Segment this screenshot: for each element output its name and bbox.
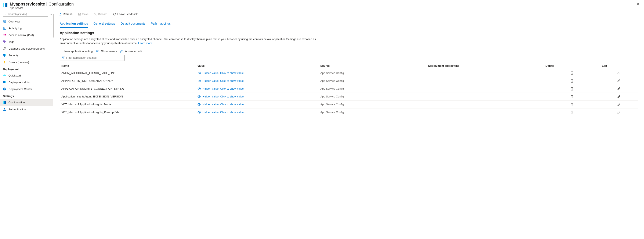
cell-value[interactable]: Hidden value. Click to show value: [196, 108, 319, 116]
refresh-button[interactable]: Refresh: [56, 10, 75, 19]
tab-path-mappings[interactable]: Path mappings: [151, 22, 170, 28]
delete-button[interactable]: [569, 102, 575, 107]
svg-point-20: [199, 96, 200, 97]
cell-delete: [544, 77, 600, 85]
globe-icon: [3, 20, 6, 23]
sidebar-item-tags[interactable]: Tags: [0, 38, 53, 45]
svg-point-21: [199, 104, 200, 105]
bolt-icon: [3, 60, 6, 64]
sidebar-item-security[interactable]: Security: [0, 52, 53, 59]
learn-more-link[interactable]: Learn more: [138, 42, 152, 45]
hidden-value-text: Hidden value. Click to show value: [202, 79, 244, 82]
th-delete: Delete: [544, 63, 600, 69]
cell-name[interactable]: ANCM_ADDITIONAL_ERROR_PAGE_LINK: [60, 69, 196, 77]
filter-settings-input[interactable]: [66, 56, 122, 59]
th-source[interactable]: Source: [318, 63, 426, 69]
settings-table: Name Value Source Deployment slot settin…: [60, 63, 638, 116]
refresh-icon: [58, 13, 62, 16]
table-row: ApplicationInsightsAgent_EXTENSION_VERSI…: [60, 93, 638, 100]
svg-point-9: [4, 41, 4, 41]
cell-value[interactable]: Hidden value. Click to show value: [196, 69, 319, 77]
scrollbar[interactable]: [53, 14, 54, 38]
sidebar-item-diagnose-and-solve-problems[interactable]: Diagnose and solve problems: [0, 45, 53, 52]
new-setting-button[interactable]: New application setting: [60, 50, 93, 53]
header-more-button[interactable]: ···: [78, 3, 81, 7]
show-values-button[interactable]: Show values: [96, 50, 117, 53]
cell-slot: [426, 100, 544, 108]
nav-label: Overview: [8, 20, 20, 23]
cell-edit: [600, 77, 638, 85]
sidebar-item-overview[interactable]: Overview: [0, 18, 53, 25]
sidebar-item-authentication[interactable]: Authentication: [0, 106, 53, 113]
nav-label: Configuration: [8, 101, 25, 104]
cloud-icon: [3, 74, 6, 77]
svg-rect-13: [4, 101, 5, 104]
cell-value[interactable]: Hidden value. Click to show value: [196, 100, 319, 108]
delete-button[interactable]: [569, 94, 575, 99]
th-value[interactable]: Value: [196, 63, 319, 69]
delete-button[interactable]: [569, 110, 575, 115]
pencil-icon: [120, 50, 123, 53]
svg-line-4: [6, 15, 7, 15]
cell-name[interactable]: ApplicationInsightsAgent_EXTENSION_VERSI…: [60, 93, 196, 100]
svg-point-8: [5, 34, 6, 35]
cell-source: App Service Config: [318, 108, 426, 116]
advanced-edit-label: Advanced edit: [125, 50, 142, 53]
cell-value[interactable]: Hidden value. Click to show value: [196, 85, 319, 93]
sidebar-item-activity-log[interactable]: Activity log: [0, 25, 53, 32]
save-icon: [78, 13, 81, 16]
cell-slot: [426, 93, 544, 100]
sidebar-item-deployment-slots[interactable]: Deployment slots: [0, 79, 53, 86]
th-name[interactable]: Name: [60, 63, 196, 69]
sidebar-item-configuration[interactable]: Configuration: [0, 99, 53, 106]
edit-button[interactable]: [616, 110, 622, 115]
bars-icon: [3, 101, 6, 104]
advanced-edit-button[interactable]: Advanced edit: [120, 50, 142, 53]
delete-button[interactable]: [569, 79, 575, 83]
cell-edit: [600, 69, 638, 77]
edit-button[interactable]: [616, 79, 622, 83]
th-slot[interactable]: Deployment slot setting: [426, 63, 544, 69]
save-button: Save: [76, 10, 91, 19]
sidebar-item-deployment-center[interactable]: Deployment Center: [0, 86, 53, 92]
edit-button[interactable]: [616, 102, 622, 107]
filter-settings-box[interactable]: [60, 55, 124, 61]
sidebar-item-access-control-iam-[interactable]: Access control (IAM): [0, 32, 53, 38]
svg-point-22: [199, 112, 200, 113]
nav-label: Events (preview): [8, 61, 29, 64]
tab-general-settings[interactable]: General settings: [94, 22, 115, 28]
cell-name[interactable]: APPINSIGHTS_INSTRUMENTATIONKEY: [60, 77, 196, 85]
sidebar-item-events-preview-[interactable]: Events (preview): [0, 59, 53, 66]
cell-source: App Service Config: [318, 85, 426, 93]
close-button[interactable]: [635, 2, 641, 6]
collapse-sidebar-button[interactable]: «: [50, 13, 51, 16]
tab-default-documents[interactable]: Default documents: [121, 22, 146, 28]
cube-icon: [3, 87, 6, 91]
sidebar-search-input[interactable]: [8, 13, 47, 16]
sidebar-search[interactable]: [3, 12, 48, 17]
edit-button[interactable]: [616, 94, 622, 99]
cell-name[interactable]: APPLICATIONINSIGHTS_CONNECTION_STRING: [60, 85, 196, 93]
cell-delete: [544, 93, 600, 100]
svg-rect-11: [5, 81, 6, 83]
delete-button[interactable]: [569, 71, 575, 75]
eye-icon: [96, 50, 100, 52]
edit-button[interactable]: [616, 86, 622, 91]
nav-label: Access control (IAM): [8, 34, 34, 37]
cell-name[interactable]: XDT_MicrosoftApplicationInsights_Preempt…: [60, 108, 196, 116]
feedback-button[interactable]: Leave Feedback: [111, 10, 140, 19]
tab-application-settings[interactable]: Application settings: [60, 22, 88, 28]
sidebar-item-quickstart[interactable]: Quickstart: [0, 72, 53, 79]
table-row: APPINSIGHTS_INSTRUMENTATIONKEYHidden val…: [60, 77, 638, 85]
cell-value[interactable]: Hidden value. Click to show value: [196, 93, 319, 100]
search-icon: [4, 13, 7, 16]
cell-edit: [600, 108, 638, 116]
cell-delete: [544, 100, 600, 108]
nav-label: Tags: [8, 40, 14, 44]
edit-button[interactable]: [616, 71, 622, 75]
th-edit: Edit: [600, 63, 638, 69]
cell-value[interactable]: Hidden value. Click to show value: [196, 77, 319, 85]
delete-button[interactable]: [569, 86, 575, 91]
cell-name[interactable]: XDT_MicrosoftApplicationInsights_Mode: [60, 100, 196, 108]
shield-icon: [3, 54, 6, 57]
